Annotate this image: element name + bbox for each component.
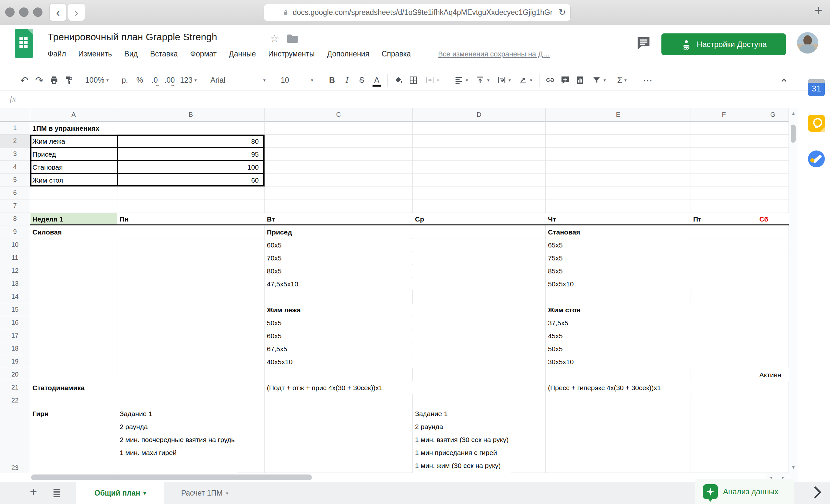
cell-A1[interactable]: 1ПМ в упражнениях <box>30 122 117 135</box>
grid-cell[interactable] <box>30 316 117 329</box>
grid-cell[interactable] <box>30 394 117 407</box>
cell-E21[interactable]: (Пресс + гиперэкс 4х(30 + 30сек))х1 <box>546 381 691 394</box>
redo-button[interactable]: ↷ <box>32 73 47 88</box>
grid-cell[interactable] <box>413 135 546 148</box>
cell-B2[interactable]: 80 <box>118 135 261 148</box>
grid-cell[interactable] <box>413 277 546 290</box>
grid-cell[interactable] <box>117 199 264 213</box>
cell-B4[interactable]: 100 <box>118 161 261 174</box>
menu-tools[interactable]: Инструменты <box>268 50 315 58</box>
column-header-F[interactable]: F <box>691 108 757 122</box>
zoom-select[interactable]: 100% ▾ <box>83 73 110 88</box>
menu-help[interactable]: Справка <box>382 50 411 58</box>
cell-C18[interactable]: 67,5x5 <box>265 343 413 355</box>
reload-icon[interactable]: ↻ <box>558 7 566 18</box>
star-icon[interactable]: ☆ <box>270 33 279 44</box>
cell-C15[interactable]: Жим лежа <box>265 304 413 316</box>
text-color-button[interactable]: A <box>369 73 384 88</box>
grid-cell[interactable] <box>691 122 757 135</box>
grid-cell[interactable] <box>30 355 117 368</box>
grid-cell[interactable] <box>691 342 757 355</box>
cell-G8[interactable]: Сб <box>757 213 789 225</box>
horizontal-align-button[interactable]: ▾ <box>450 73 472 88</box>
all-sheets-icon[interactable] <box>51 487 62 499</box>
grid-cell[interactable] <box>117 394 264 407</box>
paint-format-button[interactable] <box>62 73 76 88</box>
row-header-19[interactable]: 19 <box>0 355 30 368</box>
grid-cell[interactable] <box>30 342 117 355</box>
cell-A4[interactable]: Становая <box>30 161 117 174</box>
grid-cell[interactable] <box>264 174 413 187</box>
cell-C17[interactable]: 60x5 <box>265 329 413 342</box>
grid-cell[interactable] <box>264 290 413 303</box>
document-title[interactable]: Тренировочный план Grapple Strengh <box>47 31 217 42</box>
grid-cell[interactable] <box>546 174 691 187</box>
folder-icon[interactable] <box>287 34 298 44</box>
grid-cell[interactable] <box>30 264 117 277</box>
cell-E12[interactable]: 85x5 <box>546 265 691 277</box>
grid-cell[interactable] <box>757 251 789 264</box>
menu-view[interactable]: Вид <box>124 50 138 58</box>
cell-A3[interactable]: Присед <box>30 148 117 161</box>
grid-cell[interactable] <box>413 251 546 264</box>
insert-link-button[interactable] <box>543 73 558 88</box>
grid-cell[interactable] <box>691 394 757 407</box>
more-formats-button[interactable]: 123 ▾ <box>177 73 200 88</box>
account-avatar[interactable] <box>797 32 818 54</box>
menu-addons[interactable]: Дополнения <box>327 50 369 58</box>
cell-E10[interactable]: 65x5 <box>546 239 691 251</box>
vertical-scrollbar-thumb[interactable] <box>791 125 796 143</box>
cell-E17[interactable]: 45x5 <box>546 329 691 342</box>
grid-cell[interactable] <box>546 290 691 303</box>
grid-cell[interactable] <box>117 225 264 239</box>
share-button[interactable]: Настройки Доступа <box>662 33 786 55</box>
grid-cell[interactable] <box>757 148 789 161</box>
row-header-6[interactable]: 6 <box>0 187 30 199</box>
grid-cell[interactable] <box>413 264 546 277</box>
grid-cell[interactable] <box>691 135 757 148</box>
row-header-2[interactable]: 2 <box>0 135 30 148</box>
print-button[interactable] <box>47 73 62 88</box>
grid-cell[interactable] <box>757 394 789 407</box>
scroll-up-icon[interactable]: ▴ <box>789 110 798 116</box>
grid-cell[interactable] <box>757 135 789 148</box>
grid-cell[interactable] <box>117 368 264 381</box>
row-header-8[interactable]: 8 <box>0 213 30 225</box>
address-bar[interactable]: docs.google.com/spreadsheets/d/1oS9te1if… <box>264 4 571 21</box>
add-sheet-button[interactable]: + <box>30 485 37 499</box>
grid-cell[interactable] <box>413 122 546 135</box>
grid-cell[interactable] <box>413 329 546 342</box>
grid-cell[interactable] <box>757 329 789 342</box>
grid-cell[interactable] <box>757 290 789 303</box>
grid-cell[interactable] <box>546 122 691 135</box>
row-header-13[interactable]: 13 <box>0 277 30 290</box>
grid-cell[interactable] <box>413 303 546 316</box>
cell-D8[interactable]: Ср <box>413 213 546 225</box>
italic-button[interactable]: I <box>340 73 354 88</box>
grid-cell[interactable] <box>117 355 264 368</box>
vertical-scrollbar[interactable]: ▴ ▾ <box>789 108 798 473</box>
grid-cell[interactable] <box>691 355 757 368</box>
grid-cell[interactable] <box>30 187 117 199</box>
grid-cell[interactable] <box>264 187 413 199</box>
comments-icon[interactable] <box>636 36 651 51</box>
text-wrap-button[interactable]: ▾ <box>493 73 514 88</box>
grid-cell[interactable] <box>691 161 757 174</box>
cell-E13[interactable]: 50x5x10 <box>546 278 691 290</box>
grid-cell[interactable] <box>757 239 789 251</box>
grid-cell[interactable] <box>413 394 546 407</box>
grid-cell[interactable] <box>757 277 789 290</box>
row-header-1[interactable]: 1 <box>0 122 30 135</box>
grid-cell[interactable] <box>757 161 789 174</box>
vertical-align-button[interactable]: ▾ <box>472 73 493 88</box>
grid-cell[interactable] <box>691 329 757 342</box>
grid-cell[interactable] <box>757 187 789 199</box>
window-minimize-button[interactable] <box>19 7 29 17</box>
cell-A5[interactable]: Жим стоя <box>30 174 117 187</box>
grid-cell[interactable] <box>117 187 264 199</box>
grid-cell[interactable] <box>546 368 691 381</box>
grid-cell[interactable] <box>413 290 546 303</box>
format-currency-button[interactable]: р. <box>117 73 132 88</box>
grid-cell[interactable] <box>546 187 691 199</box>
font-select[interactable]: Arial ▾ <box>206 73 269 88</box>
